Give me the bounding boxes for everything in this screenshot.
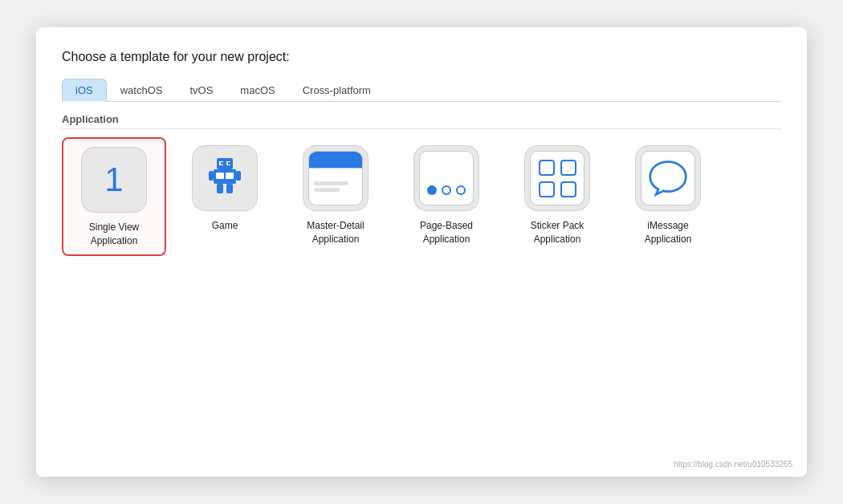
page-based-icon-box <box>413 145 479 211</box>
tab-watchos[interactable]: watchOS <box>107 79 177 102</box>
page-based-label: Page-BasedApplication <box>420 219 473 246</box>
template-sticker-pack[interactable]: Sticker PackApplication <box>505 137 609 256</box>
svg-rect-10 <box>216 173 224 179</box>
game-icon <box>203 155 246 201</box>
template-imessage[interactable]: iMessageApplication <box>616 137 720 256</box>
sticker-pack-icon <box>530 151 584 205</box>
imessage-icon <box>641 151 695 205</box>
svg-rect-8 <box>217 184 223 193</box>
template-dialog: Choose a template for your new project: … <box>36 27 807 477</box>
svg-rect-11 <box>226 173 234 179</box>
template-single-view[interactable]: 1 Single ViewApplication <box>62 137 166 256</box>
sticker-pack-icon-box <box>524 145 590 211</box>
sticker-pack-label: Sticker PackApplication <box>531 219 584 246</box>
svg-rect-5 <box>228 162 230 165</box>
single-view-icon: 1 <box>104 161 123 199</box>
svg-rect-6 <box>209 171 214 181</box>
page-based-icon <box>419 151 474 205</box>
dialog-title: Choose a template for your new project: <box>62 50 781 64</box>
watermark: https://blog.csdn.net/u010533265 <box>674 460 792 469</box>
svg-rect-7 <box>236 171 241 181</box>
tabs-bar: iOS watchOS tvOS macOS Cross-platform <box>62 79 781 102</box>
tab-crossplatform[interactable]: Cross-platform <box>289 79 385 102</box>
single-view-icon-box: 1 <box>81 147 147 213</box>
master-detail-label: Master-DetailApplication <box>307 219 364 246</box>
svg-rect-9 <box>226 184 233 193</box>
imessage-label: iMessageApplication <box>645 219 692 246</box>
tab-macos[interactable]: macOS <box>226 79 288 102</box>
template-page-based[interactable]: Page-BasedApplication <box>394 137 499 256</box>
section-label: Application <box>62 113 781 129</box>
tab-tvos[interactable]: tvOS <box>176 79 226 102</box>
imessage-icon-box <box>635 145 701 211</box>
single-view-label: Single ViewApplication <box>89 221 139 248</box>
template-master-detail[interactable]: Master-DetailApplication <box>283 137 388 256</box>
game-label: Game <box>212 219 238 233</box>
tab-ios[interactable]: iOS <box>62 79 107 102</box>
master-detail-icon-box <box>303 145 369 211</box>
master-detail-icon <box>308 151 363 205</box>
template-game[interactable]: Game <box>173 137 277 256</box>
game-icon-box <box>192 145 258 211</box>
svg-rect-4 <box>221 162 223 165</box>
templates-grid: 1 Single ViewApplication <box>62 137 781 256</box>
